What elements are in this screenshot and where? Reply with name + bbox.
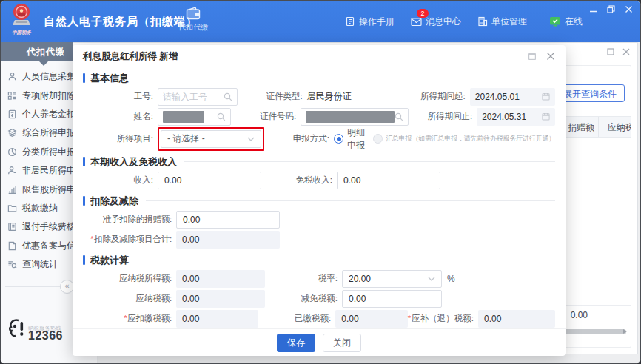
tax-reduce-label: 减免税额: [283,293,342,304]
unit-management-button[interactable]: 单位管理 [477,16,527,28]
layers-icon [7,128,17,138]
section-current-income: 本期收入及免税收入 [83,153,555,170]
online-icon [549,16,561,27]
table-header-taxable-income: 应纳税所得额 [608,121,631,134]
tax-payable-field: 0.00 [176,290,265,308]
unit-management-label: 单位管理 [491,16,527,28]
emblem-icon [9,3,34,30]
row-basic-2: 姓名: 证件号码: 所得期间止: [83,107,555,127]
period-end-field[interactable]: 2024.05.31 [477,108,555,126]
donation-input[interactable]: 0.00 [176,211,280,229]
row-deduction-total: *扣除及减除项目合计: 0.00 [83,229,555,249]
message-center-button[interactable]: 2 消息中心 [411,16,461,28]
form-grid-icon [7,91,17,101]
close-window-icon[interactable] [625,5,633,13]
chevron-down-icon [428,277,435,281]
tax-free-label: 免税收入: [261,175,337,186]
name-input[interactable] [158,108,231,126]
taxable-income-label: 应纳税所得额: [83,273,176,284]
dialog-title: 利息股息红利所得 新增 [83,50,178,63]
bar-chart-icon [7,185,17,195]
online-status[interactable]: 在线 [549,16,583,28]
row-tax-3: *应扣缴税额: 0.00 已缴税额: 0.00 *应补（退）税额: 0.00 [83,309,555,328]
section-deduction: 扣除及减除 [83,192,555,209]
message-badge: 2 [417,9,429,18]
manual-button[interactable]: 操作手册 [345,16,395,28]
folder-icon [7,203,17,213]
balance-field: 0.00 [478,310,555,328]
period-start-label: 所得期间起: [402,91,470,102]
calendar-icon[interactable] [542,92,550,101]
taxable-income-field: 0.00 [176,270,265,288]
save-button[interactable]: 保存 [277,334,315,352]
withhold-label: *应扣缴税额: [83,313,176,324]
search-icon[interactable] [217,112,226,121]
tax-bureau-logo: 中国税务 [7,3,36,40]
brand: 中国税务 自然人电子税务局（扣缴端） [7,3,198,40]
hotline-logo: 纳税服务热线 12366 [8,317,63,340]
topnav-withholding[interactable]: 代扣代缴 [172,7,214,33]
minimize-icon[interactable] [589,5,597,13]
cert-no-label: 证件号码: [231,111,301,122]
detail-declare-label: 明细申报 [347,127,366,152]
dialog-header: 利息股息红利所得 新增 [73,45,566,67]
search-list-icon [7,260,17,269]
tax-payable-label: 应纳税额: [83,293,176,304]
window-controls [589,5,633,13]
income-item-select[interactable]: - 请选择 - [161,130,261,148]
tax-rate-select[interactable]: 20.00 [342,270,442,288]
maximize-icon[interactable] [607,5,615,13]
calendar-icon[interactable] [542,112,550,121]
tax-reduce-input[interactable]: 0.00 [342,290,442,308]
expand-query-button[interactable]: 展开查询条件 [555,84,625,102]
document-icon [7,241,17,251]
app-body: 代扣代缴 人员信息采集 专项附加扣除信息采集 个人养老金扣除信息 综合所得申报 [1,42,640,363]
chevron-down-icon [247,137,255,141]
summary-declare-radio[interactable] [373,134,383,144]
ledger-icon [7,222,17,232]
detail-declare-radio[interactable] [334,134,343,144]
pension-doc-icon [7,109,17,119]
paid-tax-label: 已缴税额: [276,313,335,324]
income-item-label: 所得项目: [83,133,158,144]
job-no-input[interactable] [158,88,238,106]
paid-tax-field: 0.00 [335,310,408,328]
cert-type-value: 居民身份证 [307,90,402,103]
name-redacted-value [163,111,204,123]
person-outline-icon [7,166,17,175]
dialog-maximize-icon[interactable] [528,53,537,61]
row-income: 收入: 0.00 免税收入: 0.00 [83,170,555,190]
cert-type-label: 证件类型: [238,91,307,102]
message-center-label: 消息中心 [426,16,461,28]
tax-free-input[interactable]: 0.00 [337,172,440,189]
period-start-field[interactable]: 2024.05.01 [470,88,555,106]
row-basic-3: 所得项目: - 请选择 - 申报方式: 明细申报 汇总申报（如需汇总申报，请先 [83,127,555,151]
summary-declare-label: 汇总申报（如需汇总申报，请先前往办税服务厅进行开通） [386,134,555,144]
cert-no-input[interactable] [301,108,409,126]
income-item-highlight: - 请选择 - [158,127,264,151]
section-tax-calc: 税款计算 [83,252,555,269]
row-tax-1: 应纳税所得额: 0.00 税率: 20.00 % [83,269,555,289]
balance-label: *应补（退）税额: [408,313,478,324]
close-inner-icon[interactable] [622,48,630,55]
inner-window-controls [607,48,630,55]
dialog-footer: 保存 关闭 [73,328,566,356]
scroll-right-arrow-icon[interactable] [623,329,627,334]
search-icon[interactable] [224,92,232,101]
close-button[interactable]: 关闭 [323,334,361,352]
app-window: 中国税务 自然人电子税务局（扣缴端） 代扣代缴 [0,0,641,364]
restore-icon[interactable] [607,48,614,55]
revenue-label: 收入: [83,175,158,186]
table-cell-donation: 0.00 [571,310,588,320]
user-icon [7,72,17,81]
deduction-total-label: *扣除及减除项目合计: [83,234,176,245]
revenue-input[interactable]: 0.00 [158,172,261,189]
online-label: 在线 [565,16,583,28]
search-icon[interactable] [395,112,403,121]
manual-icon [345,16,355,27]
dialog-close-icon[interactable] [546,52,555,61]
job-no-label: 工号: [83,91,158,102]
withhold-field: 0.00 [176,310,258,328]
section-basic-info: 基本信息 [83,70,555,87]
deduction-total-field: 0.00 [176,231,280,249]
